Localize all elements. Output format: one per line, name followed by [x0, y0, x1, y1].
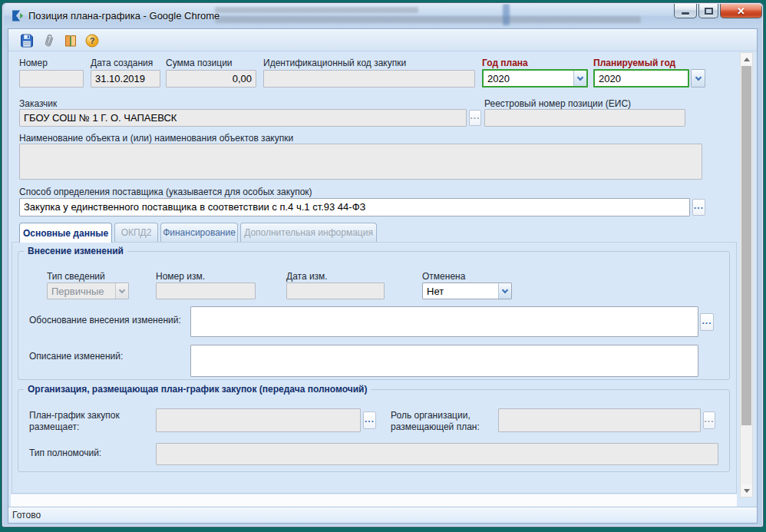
- data-sozdaniya-label: Дата создания: [91, 58, 153, 68]
- otmenena-label: Отменена: [422, 271, 465, 282]
- tab-finansirovanie[interactable]: Финансирование: [160, 223, 238, 242]
- zakazchik-label: Заказчик: [19, 98, 57, 109]
- rol-organizacii-label: Роль организации, размещающей план:: [391, 410, 498, 433]
- zakazchik-picker-button[interactable]: [469, 110, 481, 126]
- title-bar[interactable]: Позиция плана-графика - Google Chrome ✕: [4, 4, 762, 28]
- god-plana-value: 2020: [484, 71, 573, 86]
- maximize-button[interactable]: [698, 4, 718, 18]
- chevron-down-icon: [695, 74, 701, 80]
- close-button[interactable]: ✕: [720, 4, 762, 18]
- obosnovanie-label: Обоснование внесения изменений:: [29, 315, 181, 325]
- help-button[interactable]: ?: [84, 32, 101, 49]
- ellipsis-icon: [365, 415, 375, 428]
- sposob-opredeleniya-field[interactable]: Закупка у единственного поставщика в соо…: [19, 198, 690, 216]
- svg-text:?: ?: [90, 36, 95, 45]
- chevron-down-icon: [577, 74, 583, 80]
- ellipsis-icon: [702, 316, 712, 330]
- chevron-down-icon: [119, 286, 125, 292]
- tip-polnomochij-label: Тип полномочий:: [29, 448, 101, 458]
- otmenena-dropdown-button[interactable]: [498, 283, 511, 299]
- naimenovanie-obekta-label: Наименование объекта и (или) наименовани…: [19, 133, 293, 144]
- vertical-scrollbar[interactable]: [740, 52, 753, 497]
- naimenovanie-obekta-textarea: [19, 144, 702, 180]
- nomer-label: Номер: [19, 58, 48, 68]
- plan-grafik-field: [156, 408, 361, 432]
- planiruemyj-god-value: 2020: [595, 71, 688, 86]
- ellipsis-icon: [704, 415, 714, 428]
- save-button[interactable]: [18, 32, 35, 49]
- reestrovyj-nomer-field: [484, 109, 685, 127]
- ellipsis-icon: [470, 111, 480, 125]
- summa-pozicii-label: Сумма позиции: [166, 58, 233, 68]
- otmenena-value: Нет: [423, 283, 498, 299]
- otmenena-select[interactable]: Нет: [422, 283, 512, 299]
- scrollbar-thumb[interactable]: [741, 66, 751, 425]
- glass-reflection: [503, 4, 510, 25]
- glass-reflection: [215, 7, 418, 13]
- tip-polnomochij-field: [156, 443, 718, 465]
- status-text: Готово: [12, 510, 41, 520]
- obosnovanie-textarea[interactable]: [190, 306, 698, 337]
- dialog-window: Позиция плана-графика - Google Chrome ✕: [2, 2, 764, 527]
- log-button[interactable]: [62, 32, 79, 49]
- plan-grafik-picker-button[interactable]: [363, 411, 376, 429]
- save-icon: [19, 33, 35, 48]
- ikz-label: Идентификационный код закупки: [263, 58, 406, 68]
- scroll-up-button[interactable]: [741, 53, 752, 65]
- ellipsis-icon: [694, 201, 704, 215]
- obosnovanie-picker-button[interactable]: [700, 313, 714, 331]
- chevron-down-icon: [502, 286, 508, 292]
- god-plana-label: Год плана: [482, 58, 528, 68]
- help-icon: ?: [84, 33, 100, 48]
- tab-dopolnitelnaya-informaciya: Дополнительная информация: [240, 223, 377, 242]
- sposob-opredeleniya-label: Способ определения поставщика (указывает…: [19, 187, 312, 197]
- app-logo-icon: [11, 9, 24, 22]
- tab-okpd2: ОКПД2: [114, 223, 158, 242]
- data-izm-label: Дата изм.: [286, 271, 328, 282]
- log-book-icon: [63, 33, 78, 48]
- planiruemyj-god-label: Планируемый год: [593, 58, 675, 68]
- arrow-down-icon: [744, 489, 750, 493]
- opisanie-textarea[interactable]: [190, 345, 698, 377]
- tab-osnovnye-dannye[interactable]: Основные данные: [19, 223, 112, 243]
- nomer-izm-field: [156, 283, 256, 299]
- summa-pozicii-field: 0,00: [166, 70, 256, 88]
- nomer-field: [19, 70, 84, 88]
- minimize-icon: [682, 12, 689, 15]
- god-plana-dropdown-button[interactable]: [573, 71, 586, 86]
- reestrovyj-nomer-label: Реестровый номер позиции (ЕИС): [484, 98, 631, 109]
- tip-svedenij-value: Первичные: [48, 283, 115, 299]
- zakazchik-field: ГБОУ СОШ № 1 Г. О. ЧАПАЕВСК: [19, 109, 467, 127]
- ikz-field: [263, 70, 475, 88]
- group-vnesenie-izmenenij-title: Внесение изменений: [24, 246, 127, 256]
- client-area: ? Номер Дата создания 31.10.2019 Сумма п…: [8, 28, 758, 524]
- god-plana-select[interactable]: 2020: [482, 69, 588, 88]
- data-sozdaniya-field: 31.10.2019: [91, 70, 160, 88]
- tip-svedenij-label: Тип сведений: [47, 271, 105, 282]
- data-izm-field: [286, 283, 385, 299]
- glass-reflection: [215, 16, 641, 23]
- close-icon: ✕: [737, 6, 745, 16]
- planiruemyj-god-dropdown-button[interactable]: [691, 69, 705, 88]
- minimize-button[interactable]: [674, 4, 697, 18]
- toolbar: ?: [8, 29, 757, 51]
- rol-organizacii-picker-button: [703, 411, 715, 429]
- planiruemyj-god-select[interactable]: 2020: [593, 69, 689, 88]
- attachments-button[interactable]: [41, 32, 58, 49]
- form-area: Номер Дата создания 31.10.2019 Сумма поз…: [8, 51, 757, 507]
- status-bar: Готово: [8, 507, 757, 523]
- panel-footer-strip: [11, 494, 737, 507]
- plan-grafik-label: План-график закупок размещает:: [29, 410, 140, 433]
- tip-svedenij-dropdown-button: [115, 283, 128, 299]
- group-organizaciya-title: Организация, размещающая план-график зак…: [24, 384, 371, 395]
- attachment-paperclip-icon: [39, 31, 58, 50]
- tip-svedenij-select: Первичные: [47, 283, 129, 299]
- window-title: Позиция плана-графика - Google Chrome: [28, 10, 220, 21]
- rol-organizacii-field: [498, 408, 701, 432]
- scroll-down-button[interactable]: [741, 484, 752, 497]
- opisanie-label: Описание изменений:: [29, 351, 123, 362]
- arrow-up-icon: [744, 58, 750, 61]
- tab-bar: Основные данные ОКПД2 Финансирование Доп…: [12, 223, 737, 242]
- sposob-opredeleniya-picker-button[interactable]: [692, 199, 705, 216]
- nomer-izm-label: Номер изм.: [156, 271, 205, 282]
